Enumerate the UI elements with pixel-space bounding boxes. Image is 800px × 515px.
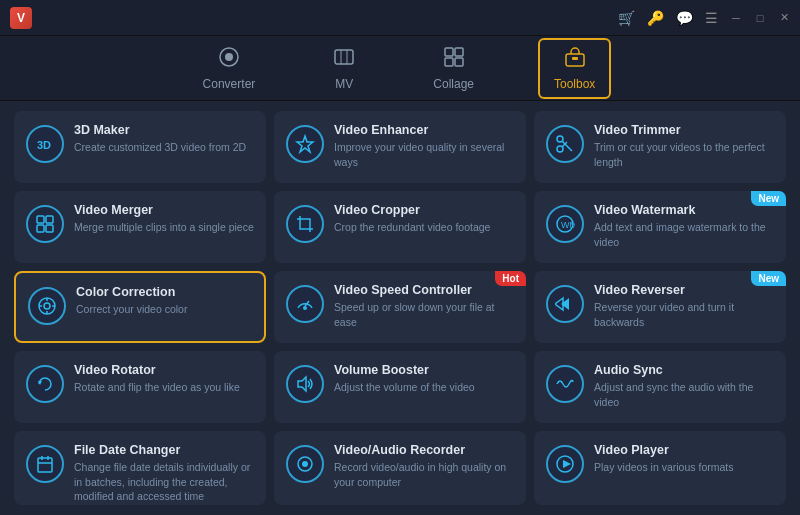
reverser-desc: Reverse your video and turn it backwards bbox=[594, 300, 774, 329]
merger-text: Video Merger Merge multiple clips into a… bbox=[74, 203, 254, 235]
tool-card-filedate[interactable]: File Date Changer Change file date detai… bbox=[14, 431, 266, 505]
svg-rect-4 bbox=[455, 48, 463, 56]
app-logo: V bbox=[10, 7, 32, 29]
volume-title: Volume Booster bbox=[334, 363, 514, 377]
svg-marker-37 bbox=[298, 377, 306, 391]
toolbox-tab-label: Toolbox bbox=[554, 77, 595, 91]
filedate-text: File Date Changer Change file date detai… bbox=[74, 443, 254, 504]
chat-icon[interactable]: 💬 bbox=[676, 10, 693, 26]
watermark-icon: WM bbox=[546, 205, 584, 243]
svg-rect-38 bbox=[38, 458, 52, 472]
rotator-text: Video Rotator Rotate and flip the video … bbox=[74, 363, 254, 395]
collage-tab-icon bbox=[443, 46, 465, 73]
tab-toolbox[interactable]: Toolbox bbox=[538, 38, 611, 99]
speed-icon bbox=[286, 285, 324, 323]
tool-card-color[interactable]: Color Correction Correct your video colo… bbox=[14, 271, 266, 343]
3d-icon: 3D bbox=[26, 125, 64, 163]
toolbox-tab-icon bbox=[564, 46, 586, 73]
rotator-title: Video Rotator bbox=[74, 363, 254, 377]
svg-marker-10 bbox=[297, 136, 313, 152]
minimize-button[interactable]: ─ bbox=[730, 12, 742, 24]
svg-rect-15 bbox=[37, 216, 44, 223]
recorder-desc: Record video/audio in high quality on yo… bbox=[334, 460, 514, 489]
tool-card-cropper[interactable]: Video Cropper Crop the redundant video f… bbox=[274, 191, 526, 263]
enhance-text: Video Enhancer Improve your video qualit… bbox=[334, 123, 514, 169]
trim-icon bbox=[546, 125, 584, 163]
merger-desc: Merge multiple clips into a single piece bbox=[74, 220, 254, 235]
svg-rect-19 bbox=[300, 219, 310, 229]
close-button[interactable]: ✕ bbox=[778, 12, 790, 24]
tool-card-enhance[interactable]: Video Enhancer Improve your video qualit… bbox=[274, 111, 526, 183]
main-content: 3D 3D Maker Create customized 3D video f… bbox=[0, 101, 800, 515]
tool-card-speed[interactable]: Hot Video Speed Controller Speed up or s… bbox=[274, 271, 526, 343]
mv-tab-label: MV bbox=[335, 77, 353, 91]
tool-card-merger[interactable]: Video Merger Merge multiple clips into a… bbox=[14, 191, 266, 263]
volume-text: Volume Booster Adjust the volume of the … bbox=[334, 363, 514, 395]
color-desc: Correct your video color bbox=[76, 302, 252, 317]
filedate-desc: Change file date details individually or… bbox=[74, 460, 254, 504]
enhance-icon bbox=[286, 125, 324, 163]
reverser-icon bbox=[546, 285, 584, 323]
merger-title: Video Merger bbox=[74, 203, 254, 217]
cropper-icon bbox=[286, 205, 324, 243]
tool-card-trim[interactable]: Video Trimmer Trim or cut your videos to… bbox=[534, 111, 786, 183]
title-bar-left: V bbox=[10, 7, 40, 29]
tab-mv[interactable]: MV bbox=[319, 40, 369, 97]
trim-title: Video Trimmer bbox=[594, 123, 774, 137]
svg-rect-8 bbox=[572, 57, 578, 60]
audiosync-text: Audio Sync Adjust and sync the audio wit… bbox=[594, 363, 774, 409]
title-bar-controls: 🛒 🔑 💬 ☰ ─ □ ✕ bbox=[618, 10, 790, 26]
tool-card-watermark[interactable]: New WM Video Watermark Add text and imag… bbox=[534, 191, 786, 263]
svg-text:WM: WM bbox=[561, 220, 575, 230]
cropper-desc: Crop the redundant video footage bbox=[334, 220, 514, 235]
color-text: Color Correction Correct your video colo… bbox=[76, 285, 252, 317]
cart-icon[interactable]: 🛒 bbox=[618, 10, 635, 26]
enhance-title: Video Enhancer bbox=[334, 123, 514, 137]
badge-new: New bbox=[751, 191, 786, 206]
audiosync-title: Audio Sync bbox=[594, 363, 774, 377]
filedate-title: File Date Changer bbox=[74, 443, 254, 457]
trim-desc: Trim or cut your videos to the perfect l… bbox=[594, 140, 774, 169]
recorder-text: Video/Audio Recorder Record video/audio … bbox=[334, 443, 514, 489]
svg-rect-17 bbox=[37, 225, 44, 232]
svg-marker-45 bbox=[563, 460, 571, 468]
tool-card-player[interactable]: Video Player Play videos in various form… bbox=[534, 431, 786, 505]
menu-icon[interactable]: ☰ bbox=[705, 10, 718, 26]
volume-icon bbox=[286, 365, 324, 403]
tab-collage[interactable]: Collage bbox=[419, 40, 488, 97]
enhance-desc: Improve your video quality in several wa… bbox=[334, 140, 514, 169]
svg-text:3D: 3D bbox=[37, 139, 51, 151]
tool-card-3d[interactable]: 3D 3D Maker Create customized 3D video f… bbox=[14, 111, 266, 183]
color-title: Color Correction bbox=[76, 285, 252, 299]
watermark-text: Video Watermark Add text and image water… bbox=[594, 203, 774, 249]
audiosync-icon bbox=[546, 365, 584, 403]
3d-desc: Create customized 3D video from 2D bbox=[74, 140, 254, 155]
tool-card-rotator[interactable]: Video Rotator Rotate and flip the video … bbox=[14, 351, 266, 423]
svg-rect-3 bbox=[445, 48, 453, 56]
svg-point-1 bbox=[225, 53, 233, 61]
svg-rect-18 bbox=[46, 225, 53, 232]
tool-card-reverser[interactable]: New Video Reverser Reverse your video an… bbox=[534, 271, 786, 343]
mv-tab-icon bbox=[333, 46, 355, 73]
player-desc: Play videos in various formats bbox=[594, 460, 774, 475]
badge-new: New bbox=[751, 271, 786, 286]
tool-card-volume[interactable]: Volume Booster Adjust the volume of the … bbox=[274, 351, 526, 423]
recorder-icon bbox=[286, 445, 324, 483]
filedate-icon bbox=[26, 445, 64, 483]
converter-tab-label: Converter bbox=[203, 77, 256, 91]
player-title: Video Player bbox=[594, 443, 774, 457]
color-icon bbox=[28, 287, 66, 325]
speed-text: Video Speed Controller Speed up or slow … bbox=[334, 283, 514, 329]
watermark-desc: Add text and image watermark to the vide… bbox=[594, 220, 774, 249]
svg-marker-34 bbox=[561, 298, 569, 310]
reverser-title: Video Reverser bbox=[594, 283, 774, 297]
tool-card-audiosync[interactable]: Audio Sync Adjust and sync the audio wit… bbox=[534, 351, 786, 423]
maximize-button[interactable]: □ bbox=[754, 12, 766, 24]
svg-rect-16 bbox=[46, 216, 53, 223]
player-text: Video Player Play videos in various form… bbox=[594, 443, 774, 475]
rotator-icon bbox=[26, 365, 64, 403]
key-icon[interactable]: 🔑 bbox=[647, 10, 664, 26]
tool-card-recorder[interactable]: Video/Audio Recorder Record video/audio … bbox=[274, 431, 526, 505]
tab-converter[interactable]: Converter bbox=[189, 40, 270, 97]
recorder-title: Video/Audio Recorder bbox=[334, 443, 514, 457]
